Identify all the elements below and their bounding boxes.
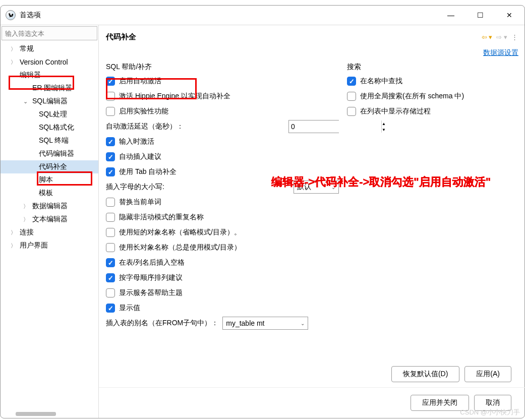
- chk-search-name[interactable]: [347, 77, 356, 86]
- chk-short[interactable]: [106, 228, 115, 237]
- filter-input[interactable]: [2, 26, 97, 40]
- alias-select[interactable]: my_table mt⌄: [222, 317, 308, 330]
- tree-general[interactable]: 〉常规: [1, 42, 98, 55]
- preferences-window: 🐿 首选项 — ☐ ✕ 〉常规 〉Version Control ⌄编辑器 ER…: [0, 5, 525, 418]
- tree-sql-format[interactable]: SQL格式化: [1, 121, 98, 134]
- right-column: 搜索 在名称中查找 使用全局搜索(在所有 schema 中) 在列表中显示存储过…: [347, 61, 518, 361]
- window-title: 首选项: [20, 11, 41, 20]
- tree-connection[interactable]: 〉连接: [1, 226, 98, 239]
- delay-input[interactable]: ▲▼: [288, 120, 339, 133]
- tree-script[interactable]: 脚本: [1, 173, 98, 187]
- left-column: SQL 帮助/补齐 启用自动激活 激活 Hippie Engine 以实现自动补…: [106, 61, 339, 361]
- tree-code-editor[interactable]: 代码编辑器: [1, 147, 98, 160]
- tree-code-complete[interactable]: 代码补全: [1, 160, 98, 173]
- page-title: 代码补全: [106, 32, 136, 42]
- window-controls: — ☐ ✕: [441, 8, 519, 23]
- chk-sort[interactable]: [106, 273, 115, 282]
- watermark: CSDN @小小快刀手: [460, 408, 520, 417]
- lbl-delay: 自动激活延迟（毫秒）：: [106, 122, 284, 131]
- titlebar: 🐿 首选项 — ☐ ✕: [1, 6, 524, 25]
- dialog-buttons: 应用并关闭 取消: [106, 390, 518, 414]
- tree-version-control[interactable]: 〉Version Control: [1, 55, 98, 69]
- tree-text-editor[interactable]: 〉文本编辑器: [1, 213, 98, 226]
- lbl-case: 插入字母的大小写:: [106, 183, 289, 192]
- chk-typing[interactable]: [106, 137, 115, 146]
- section-search: 搜索: [347, 63, 518, 72]
- chk-server[interactable]: [106, 288, 115, 297]
- scrollbar-thumb[interactable]: [16, 412, 56, 416]
- chk-use-tab[interactable]: [106, 167, 115, 176]
- tree-sql-terminal[interactable]: SQL 终端: [1, 134, 98, 147]
- nav-back-icon[interactable]: ⇦ ▾: [482, 33, 493, 41]
- chevron-down-icon: ⌄: [301, 321, 305, 326]
- tree-er[interactable]: ER 图编辑器: [1, 82, 98, 95]
- nav-forward-icon[interactable]: ⇨ ▾: [496, 33, 507, 41]
- body: 〉常规 〉Version Control ⌄编辑器 ER 图编辑器 ⌄SQL编辑…: [1, 25, 524, 418]
- chk-replace[interactable]: [106, 198, 115, 207]
- settings-buttons: 恢复默认值(D) 应用(A): [106, 361, 518, 385]
- chk-value[interactable]: [106, 304, 115, 313]
- nav-tree: 〉常规 〉Version Control ⌄编辑器 ER 图编辑器 ⌄SQL编辑…: [1, 41, 98, 410]
- chevron-down-icon: ⌄: [331, 185, 335, 190]
- sidebar: 〉常规 〉Version Control ⌄编辑器 ER 图编辑器 ⌄SQL编辑…: [1, 25, 99, 418]
- lbl-enable-auto: 启用自动激活: [119, 77, 161, 86]
- datasource-link[interactable]: 数据源设置: [483, 48, 518, 56]
- lbl-alias: 插入表的别名（在FROM子句中）：: [106, 319, 218, 328]
- section-sql: SQL 帮助/补齐: [106, 63, 339, 72]
- chk-enable-auto[interactable]: [106, 77, 115, 86]
- menu-dots-icon[interactable]: ⋮: [511, 33, 518, 41]
- maximize-button[interactable]: ☐: [470, 8, 490, 23]
- chk-long[interactable]: [106, 243, 115, 252]
- close-button[interactable]: ✕: [499, 8, 519, 23]
- restore-button[interactable]: 恢复默认值(D): [391, 366, 459, 382]
- minimize-button[interactable]: —: [441, 8, 461, 23]
- tree-sql-editor[interactable]: ⌄SQL编辑器: [1, 95, 98, 108]
- chk-hide-dup[interactable]: [106, 213, 115, 222]
- apply-button[interactable]: 应用(A): [464, 366, 511, 382]
- app-icon: 🐿: [6, 10, 16, 20]
- chk-auto-insert[interactable]: [106, 152, 115, 161]
- chk-search-proc[interactable]: [347, 107, 356, 116]
- case-select[interactable]: 默认⌄: [294, 181, 339, 194]
- tree-editor[interactable]: ⌄编辑器: [1, 69, 98, 82]
- main-panel: 代码补全 ⇦ ▾ ⇨ ▾ ⋮ 数据源设置 SQL 帮助/补齐 启用自动激活 激活…: [99, 25, 524, 418]
- tree-template[interactable]: 模板: [1, 187, 98, 200]
- chk-space[interactable]: [106, 258, 115, 267]
- chk-search-global[interactable]: [347, 92, 356, 101]
- chk-hippie[interactable]: [106, 92, 115, 101]
- tree-ui[interactable]: 〉用户界面: [1, 239, 98, 252]
- tree-data-editor[interactable]: 〉数据编辑器: [1, 200, 98, 213]
- tree-sql-process[interactable]: SQL处理: [1, 108, 98, 121]
- chk-experimental[interactable]: [106, 107, 115, 116]
